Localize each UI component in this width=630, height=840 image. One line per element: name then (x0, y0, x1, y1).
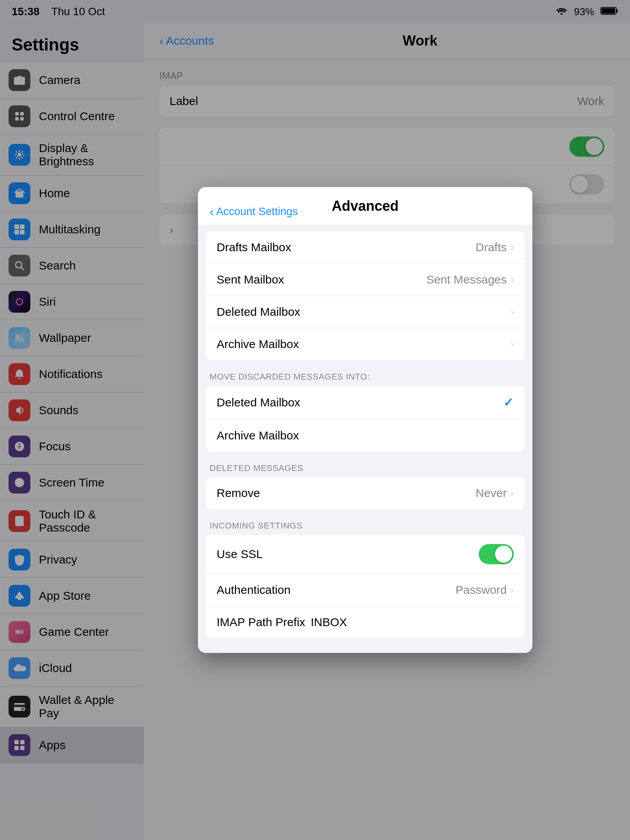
auth-value: Password › (455, 583, 514, 597)
auth-label: Authentication (217, 583, 290, 597)
imap-prefix-row: IMAP Path Prefix INBOX (206, 606, 525, 638)
deleted-value: › (511, 306, 514, 317)
imap-prefix-label: IMAP Path Prefix (217, 616, 305, 629)
deleted-messages-header: DELETED MESSAGES (198, 455, 532, 477)
deleted-mailbox-row[interactable]: Deleted Mailbox › (206, 296, 525, 328)
archive-choice-label: Archive Mailbox (217, 429, 299, 442)
imap-prefix-value: INBOX (311, 616, 347, 629)
archive-chevron: › (511, 339, 514, 350)
deleted-chevron: › (511, 306, 514, 317)
remove-label: Remove (217, 486, 260, 500)
discard-group: Deleted Mailbox ✓ Archive Mailbox (206, 386, 525, 452)
modal-back-button[interactable]: ‹ Account Settings (210, 205, 298, 219)
sent-mailbox-row[interactable]: Sent Mailbox Sent Messages › (206, 264, 525, 296)
use-ssl-toggle[interactable] (479, 544, 514, 564)
modal-back-chevron: ‹ (210, 205, 214, 219)
deleted-mailbox-choice-row[interactable]: Deleted Mailbox ✓ (206, 386, 525, 420)
checkmark-icon: ✓ (503, 395, 514, 410)
incoming-settings-group: Use SSL Authentication Password › IMAP P… (206, 535, 525, 638)
use-ssl-row: Use SSL (206, 535, 525, 574)
advanced-modal: ‹ Account Settings Advanced Drafts Mailb… (198, 187, 532, 653)
remove-chevron: › (511, 488, 514, 499)
drafts-value-text: Drafts (476, 241, 507, 254)
remove-value-text: Never (476, 486, 507, 500)
modal-section-1: Drafts Mailbox Drafts › Sent Mailbox Sen… (198, 225, 532, 360)
use-ssl-label: Use SSL (217, 548, 262, 561)
deleted-messages-group: Remove Never › (206, 477, 525, 509)
archive-value: › (511, 339, 514, 350)
sent-value: Sent Messages › (426, 273, 514, 286)
modal-header: ‹ Account Settings Advanced (198, 187, 532, 225)
modal-back-label: Account Settings (216, 205, 298, 218)
incoming-settings-header: INCOMING SETTINGS (198, 512, 532, 535)
imap-prefix-container: IMAP Path Prefix INBOX (217, 616, 347, 629)
deleted-label: Deleted Mailbox (217, 305, 300, 318)
drafts-mailbox-row[interactable]: Drafts Mailbox Drafts › (206, 231, 525, 264)
archive-mailbox-row[interactable]: Archive Mailbox › (206, 328, 525, 360)
drafts-label: Drafts Mailbox (217, 241, 291, 254)
remove-value: Never › (476, 486, 514, 500)
sent-chevron: › (511, 274, 514, 285)
modal-body: Drafts Mailbox Drafts › Sent Mailbox Sen… (198, 225, 532, 653)
deleted-choice-check: ✓ (503, 395, 514, 410)
drafts-value: Drafts › (476, 241, 514, 254)
archive-mailbox-choice-row[interactable]: Archive Mailbox (206, 420, 525, 452)
authentication-row[interactable]: Authentication Password › (206, 574, 525, 606)
remove-row[interactable]: Remove Never › (206, 477, 525, 509)
sent-label: Sent Mailbox (217, 273, 284, 286)
deleted-choice-label: Deleted Mailbox (217, 396, 300, 409)
auth-value-text: Password (455, 583, 507, 597)
move-discarded-header: MOVE DISCARDED MESSAGES INTO: (198, 363, 532, 386)
sent-value-text: Sent Messages (426, 273, 507, 286)
auth-chevron: › (511, 584, 514, 595)
archive-label: Archive Mailbox (217, 338, 299, 351)
mailbox-group: Drafts Mailbox Drafts › Sent Mailbox Sen… (206, 231, 525, 360)
drafts-chevron: › (511, 242, 514, 253)
